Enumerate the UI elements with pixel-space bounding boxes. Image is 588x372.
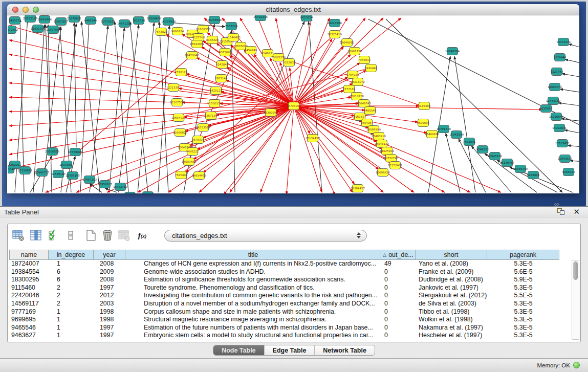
graph-node[interactable]: 16353514 — [196, 124, 210, 132]
cell-out_degree[interactable]: 0 — [381, 284, 416, 292]
graph-node[interactable]: 15751074 — [556, 38, 571, 46]
tab-node-table[interactable]: Node Table — [213, 345, 264, 355]
cell-title[interactable]: Investigating the contribution of common… — [125, 292, 381, 300]
column-header-title[interactable]: title — [125, 250, 381, 260]
graph-node[interactable]: 9227343 — [551, 68, 563, 76]
graph-node[interactable]: 13942757 — [35, 169, 49, 177]
graph-node[interactable]: 11700156 — [207, 100, 222, 107]
graph-node[interactable]: 16914479 — [192, 172, 206, 180]
cell-out_degree[interactable]: 0 — [381, 268, 416, 276]
graph-node[interactable]: 8267130 — [205, 112, 217, 120]
graph-node[interactable]: 9242848 — [216, 61, 229, 69]
graph-node[interactable]: 2718120 — [175, 69, 188, 76]
graph-node[interactable]: 10719185 — [101, 18, 115, 26]
cell-short[interactable]: Yano et al. (2008) — [416, 260, 487, 268]
cell-title[interactable]: Embryonic stem cells: a model to study s… — [125, 332, 381, 340]
table-row[interactable]: 2242004622012Investigating the contribut… — [9, 292, 559, 300]
graph-node[interactable]: 2803144 — [215, 75, 228, 82]
graph-node[interactable]: 12505185 — [66, 172, 80, 180]
cell-in_degree[interactable]: 1 — [49, 260, 94, 268]
graph-node[interactable]: 15134457 — [306, 135, 320, 142]
table-row[interactable]: 977716911998Corpus callosum shape and si… — [9, 308, 559, 316]
graph-node[interactable]: 15943599 — [449, 131, 464, 139]
graph-node[interactable]: 9852451 — [124, 192, 137, 194]
float-panel-button[interactable] — [557, 208, 565, 216]
graph-node[interactable]: 15618128 — [350, 93, 364, 100]
graph-node[interactable]: 19654923 — [171, 114, 186, 122]
cell-year[interactable]: 1998 — [94, 308, 125, 316]
cell-in_degree[interactable]: 6 — [49, 276, 94, 284]
graph-node[interactable]: 8425125 — [210, 87, 223, 95]
graph-node[interactable]: 10945120 — [488, 152, 502, 160]
table-row[interactable]: 1456911722003Disruption of a novel membe… — [9, 300, 559, 308]
cell-in_degree[interactable]: 1 — [49, 316, 94, 324]
cell-out_degree[interactable]: 0 — [381, 276, 416, 284]
graph-node[interactable]: 9375685 — [219, 49, 232, 56]
network-window-titlebar[interactable]: citations_edges.txt — [7, 4, 579, 15]
cell-short[interactable]: Stergiakouli et al. (2012) — [416, 292, 487, 300]
cell-in_degree[interactable]: 1 — [49, 324, 94, 332]
cell-pagerank[interactable]: 5.3E-5 — [487, 300, 559, 308]
split-pane-grip[interactable] — [554, 203, 559, 207]
cell-title[interactable]: Disruption of a novel member of a sodium… — [125, 300, 381, 308]
cell-pagerank[interactable]: 5.3E-5 — [487, 324, 559, 332]
cell-pagerank[interactable]: 5.3E-5 — [487, 260, 559, 268]
cell-title[interactable]: Estimation of significance thresholds fo… — [125, 276, 381, 284]
cell-pagerank[interactable]: 5.6E-5 — [487, 268, 559, 276]
graph-node[interactable]: 16782759 — [113, 183, 127, 191]
graph-node[interactable]: 9498222 — [186, 148, 199, 156]
graph-node[interactable]: 16210643 — [549, 113, 563, 121]
graph-node[interactable]: 9860124 — [171, 28, 184, 35]
graph-node[interactable]: 8813054 — [300, 15, 313, 21]
cell-in_degree[interactable]: 2 — [49, 292, 94, 300]
citation-network-graph[interactable]: 9860124891295422260358912750816543982818… — [8, 15, 579, 193]
graph-node[interactable]: 10732796 — [384, 155, 398, 162]
graph-node[interactable]: 9465546 — [364, 107, 377, 115]
cell-pagerank[interactable]: 5.3E-5 — [487, 316, 559, 324]
graph-node[interactable]: 7955812 — [358, 56, 371, 64]
cell-in_degree[interactable]: 1 — [49, 308, 94, 316]
graph-node[interactable]: 15493919 — [372, 133, 386, 140]
cell-name[interactable]: 18724007 — [9, 260, 49, 268]
table-selector-dropdown[interactable]: citations_edges.txt — [164, 230, 367, 242]
graph-node[interactable]: 15722216 — [253, 15, 268, 21]
graph-node[interactable]: 8186328 — [206, 36, 219, 44]
column-header-year[interactable]: year — [94, 250, 125, 260]
cell-out_degree[interactable]: 49 — [381, 260, 416, 268]
graph-node[interactable]: 15146457 — [500, 159, 514, 167]
cell-year[interactable]: 2012 — [94, 292, 125, 300]
table-row[interactable]: 1830029562008Estimation of significance … — [9, 276, 559, 284]
graph-node[interactable]: 9115460 — [418, 102, 431, 110]
column-header-in_degree[interactable]: in_degree — [49, 250, 94, 260]
graph-node[interactable]: 16218072 — [351, 78, 365, 86]
graph-node[interactable]: 9129946 — [554, 54, 567, 61]
cell-short[interactable]: Dudbridge et al. (2008) — [416, 276, 487, 284]
graph-node[interactable]: 20206576 — [45, 148, 59, 156]
cell-in_degree[interactable]: 6 — [49, 268, 94, 276]
graph-node[interactable]: 16791319 — [437, 125, 451, 133]
graph-node[interactable]: 22260358 — [196, 26, 210, 33]
table-row[interactable]: 969969511998Structural magnetic resonanc… — [9, 316, 559, 324]
graph-node[interactable]: 15276602 — [67, 15, 81, 23]
graph-node[interactable]: 9245013 — [562, 168, 575, 176]
memory-status[interactable]: Memory: OK — [537, 362, 580, 368]
tab-edge-table[interactable]: Edge Table — [264, 345, 315, 355]
cell-title[interactable]: Corpus callosum shape and size in male p… — [125, 308, 381, 316]
show-columns-button[interactable] — [29, 229, 42, 242]
graph-node[interactable]: 9777169 — [343, 85, 356, 93]
graph-node[interactable]: 15607994 — [46, 26, 60, 34]
graph-node[interactable]: 7625402 — [175, 171, 188, 179]
column-header-pagerank[interactable]: pagerank — [487, 250, 559, 260]
cell-name[interactable]: 9115460 — [9, 284, 49, 292]
cell-name[interactable]: 22420046 — [9, 292, 49, 300]
graph-node[interactable]: 14671358 — [117, 20, 132, 28]
graph-node[interactable]: 8454749 — [245, 47, 257, 54]
table-settings-button[interactable] — [12, 229, 25, 242]
graph-node[interactable]: 7895891 — [463, 138, 476, 146]
cell-pagerank[interactable]: 5.9E-5 — [487, 276, 559, 284]
graph-node[interactable]: 11025491 — [380, 147, 394, 155]
graph-node[interactable]: 16033809 — [207, 16, 222, 24]
table-row[interactable]: 946554611997Estimation of the future num… — [9, 324, 559, 332]
graph-node[interactable]: 16543982 — [190, 40, 204, 48]
graph-node[interactable]: 12444159 — [546, 97, 560, 105]
